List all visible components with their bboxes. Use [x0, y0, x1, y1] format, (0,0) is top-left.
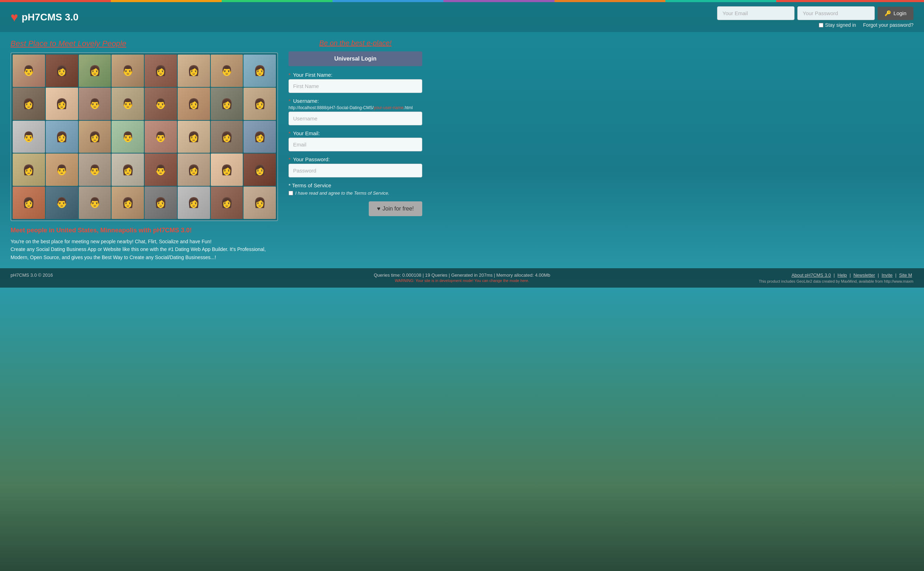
first-name-input[interactable]	[288, 79, 422, 93]
stay-signed-text: Stay signed in	[825, 22, 856, 28]
promo-title: Meet people in United States, Minneapoli…	[11, 227, 278, 234]
photo-cell: 👩	[13, 153, 45, 186]
footer-stats: Queries time: 0.000108 | 19 Queries | Ge…	[236, 273, 688, 278]
email-group: * Your Email:	[288, 130, 422, 151]
photo-cell: 👨	[79, 187, 111, 219]
footer-center: Queries time: 0.000108 | 19 Queries | Ge…	[236, 273, 688, 283]
photo-cell: 👩	[13, 187, 45, 219]
required-star-2: *	[288, 98, 291, 104]
password-label: * Your Password:	[288, 156, 422, 162]
header-password-input[interactable]	[797, 6, 875, 20]
first-name-group: * Your First Name:	[288, 72, 422, 93]
username-input[interactable]	[288, 112, 422, 125]
join-label: Join for free!	[382, 205, 414, 212]
photo-cell: 👩	[211, 187, 243, 219]
photo-cell: 👩	[211, 153, 243, 186]
terms-check-label[interactable]: I have read and agree to the Terms of Se…	[288, 190, 422, 196]
invite-link[interactable]: Invite	[881, 273, 892, 278]
username-label-text: Username:	[293, 98, 319, 104]
photo-cell: 👨	[145, 153, 177, 186]
email-label-text: Your Email:	[293, 130, 320, 136]
photo-cell: 👩	[243, 121, 276, 153]
left-panel: Best Place to Meet Lovely People 👨👩👩👨👩👩👨…	[11, 39, 278, 261]
stay-signed-label[interactable]: Stay signed in	[819, 22, 856, 28]
first-name-label: * Your First Name:	[288, 72, 422, 78]
photo-cell: 👩	[178, 88, 210, 120]
password-input[interactable]	[288, 164, 422, 177]
about-link[interactable]: About pH7CMS 3.0	[792, 273, 831, 278]
help-link[interactable]: Help	[838, 273, 847, 278]
logo-text: pH7CMS 3.0	[22, 12, 79, 23]
photo-cell: 👩	[178, 153, 210, 186]
photo-cell: 👩	[112, 153, 144, 186]
footer-right: About pH7CMS 3.0 | Help | Newsletter | I…	[688, 273, 914, 283]
footer: pH7CMS 3.0 © 2016 Queries time: 0.000108…	[0, 268, 924, 288]
photo-cell: 👩	[145, 54, 177, 87]
photo-cell: 👩	[243, 88, 276, 120]
photo-cell: 👩	[46, 88, 78, 120]
photo-cell: 👨	[145, 121, 177, 153]
best-place-link[interactable]: Best Place to Meet Lovely People	[11, 39, 278, 48]
header-email-input[interactable]	[717, 6, 795, 20]
header-login-top: 🔑 Login	[717, 6, 913, 20]
universal-login-button[interactable]: Universal Login	[288, 51, 422, 66]
footer-warning: WARNING: Your site is in development mod…	[236, 278, 688, 283]
photo-cell: 👩	[178, 187, 210, 219]
forgot-password-link[interactable]: Forgot your password?	[863, 22, 913, 28]
login-button[interactable]: 🔑 Login	[878, 7, 913, 20]
site-link[interactable]: Site M	[899, 273, 912, 278]
header: ♥ pH7CMS 3.0 🔑 Login Stay signed in Forg…	[0, 2, 924, 32]
join-button[interactable]: ♥ Join for free!	[369, 201, 422, 216]
footer-copyright: pH7CMS 3.0 © 2016	[11, 273, 53, 278]
required-star: *	[288, 72, 291, 78]
photo-cell: 👩	[243, 187, 276, 219]
required-star-3: *	[288, 130, 291, 136]
footer-left: pH7CMS 3.0 © 2016	[11, 273, 236, 278]
username-hint-link[interactable]: your-user-name	[374, 105, 403, 110]
photo-cell: 👨	[79, 153, 111, 186]
first-name-label-text: Your First Name:	[293, 72, 333, 78]
photo-cell: 👩	[79, 121, 111, 153]
header-login: 🔑 Login Stay signed in Forgot your passw…	[717, 6, 913, 28]
photo-cell: 👨	[112, 54, 144, 87]
photo-cell: 👩	[211, 88, 243, 120]
photo-grid: 👨👩👩👨👩👩👨👩👩👩👨👨👨👩👩👩👨👩👩👨👨👩👩👩👩👨👨👩👨👩👩👩👩👨👨👩👩👩👩👩	[11, 52, 278, 221]
be-on-best-link[interactable]: Be on the best e-place!	[288, 39, 422, 47]
photo-cell: 👨	[79, 88, 111, 120]
photo-cell: 👨	[211, 54, 243, 87]
required-star-4: *	[288, 156, 291, 162]
photo-cell: 👨	[112, 88, 144, 120]
right-panel: Be on the best e-place! Universal Login …	[288, 39, 422, 261]
photo-cell: 👩	[13, 88, 45, 120]
photo-cell: 👨	[145, 88, 177, 120]
photo-cell: 👩	[112, 187, 144, 219]
email-label: * Your Email:	[288, 130, 422, 136]
logo-area: ♥ pH7CMS 3.0	[11, 10, 717, 25]
stay-signed-checkbox[interactable]	[819, 23, 823, 28]
promo-text: You're on the best place for meeting new…	[11, 238, 278, 261]
join-heart-icon: ♥	[377, 205, 381, 212]
photo-cell: 👨	[13, 54, 45, 87]
terms-checkbox-text: I have read and agree to the Terms of Se…	[295, 190, 390, 196]
main-content: Best Place to Meet Lovely People 👨👩👩👨👩👩👨…	[0, 32, 924, 268]
required-star-5: *	[288, 182, 291, 188]
photo-cell: 👩	[243, 54, 276, 87]
photo-cell: 👨	[46, 153, 78, 186]
terms-label-text: Terms of Service	[292, 182, 331, 188]
newsletter-link[interactable]: Newsletter	[853, 273, 875, 278]
key-icon: 🔑	[885, 10, 891, 17]
photo-cell: 👩	[211, 121, 243, 153]
footer-geo: This product includes GeoLite2 data crea…	[688, 279, 914, 283]
login-label: Login	[893, 10, 906, 16]
terms-group: * Terms of Service I have read and agree…	[288, 182, 422, 196]
username-hint: http://localhost:8888/pH7-Social-Dating-…	[288, 105, 422, 110]
logo-heart-icon: ♥	[11, 10, 18, 25]
header-login-bottom: Stay signed in Forgot your password?	[819, 22, 913, 28]
terms-checkbox[interactable]	[288, 191, 293, 195]
photo-cell: 👩	[46, 54, 78, 87]
photo-cell: 👩	[145, 187, 177, 219]
photo-cell: 👨	[13, 121, 45, 153]
password-group: * Your Password:	[288, 156, 422, 177]
email-input[interactable]	[288, 137, 422, 151]
photo-cell: 👩	[243, 153, 276, 186]
